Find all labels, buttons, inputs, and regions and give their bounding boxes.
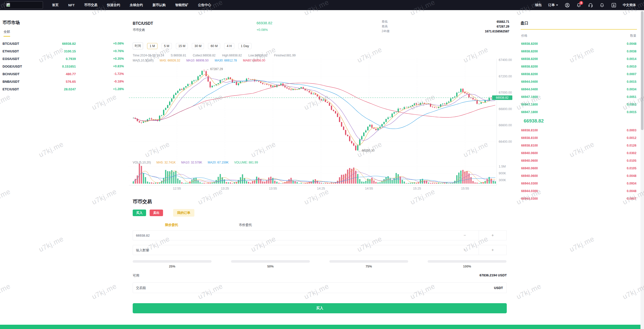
nav-item-new-coin[interactable]: 新币认购 [152,3,166,7]
orderbook-row-qty: 0.0048 [627,174,636,178]
percent-bar-50[interactable] [231,260,310,263]
quantity-input[interactable] [136,245,427,255]
pair-price: 28.0247 [48,87,76,91]
market-row-eth[interactable]: ETH/USDT 3100.15 +0.76% [0,47,129,55]
tab-all-markets[interactable]: 全部 [4,30,10,37]
interval-4h[interactable]: 4 H [224,43,234,49]
sell-tab-button[interactable]: 卖出 [150,210,163,216]
nav-item-fast-contract[interactable]: 快速合约 [107,3,120,7]
percent-bar-25[interactable] [133,260,212,263]
percent-bar-75[interactable] [329,260,408,263]
orderbook-price-column: 价格 [521,34,527,38]
kline-chart[interactable]: Time:2024-05-20 16:24S:66938.81Collect:6… [129,53,516,192]
market-row-btc[interactable]: BTC/USDT 66938.82 +0.08% [0,40,129,47]
footer-green-bar [0,325,644,329]
orderbook-row[interactable]: 66938.82000.0007 [518,70,639,78]
nav-item-perpetual[interactable]: 永续合约 [130,3,143,7]
market-row-bnb[interactable]: BNB/USDT 576.65 -0.18% [0,78,129,85]
percent-label-75: 75% [329,265,408,268]
market-row-bch[interactable]: BCH/USDT 480.77 -1.72% [0,70,129,78]
svg-text:15:25: 15:25 [413,187,421,190]
tab-market-order[interactable]: 市价委托 [239,223,252,227]
orderbook-row[interactable]: 66938.82000.0014 [518,55,639,63]
orderbook-row[interactable]: 66938.81000.0003 [518,127,639,134]
percent-bar-100[interactable] [428,260,507,263]
orderbook-row-qty: 0.0010 [627,65,636,68]
interval-selector: 时间 1 M 5 M 15 M 30 M 60 M 4 H 1 Day [133,43,251,49]
interval-1m[interactable]: 1 M [147,43,157,49]
interval-60m[interactable]: 60 M [208,43,220,49]
ticker-pair: BTC/USDT [133,21,153,26]
my-orders-button[interactable]: 我的订单 [173,209,194,217]
buy-tab-button[interactable]: 买入 [133,210,146,216]
orderbook-row[interactable]: 66938.82000.0038 [518,48,639,55]
orderbook-row[interactable]: 66944.04000.0034 [518,86,639,93]
orderbook-row[interactable]: 66944.03000.0048 [518,187,639,195]
interval-5m[interactable]: 5 M [162,43,172,49]
nav-item-mining[interactable]: 智能挖矿 [175,3,188,7]
price-input[interactable] [136,231,427,240]
orderbook-row[interactable]: 66938.82000.0010 [518,63,639,70]
orderbook-row[interactable]: 66938.81000.0012 [518,134,639,142]
top-nav: 首页 NFT 币币交易 快速合约 永续合约 新币认购 智能挖矿 公告中心 钱包 … [0,0,644,10]
quantity-plus-button[interactable]: + [479,245,507,255]
orderbook-row-price: 66938.8200 [521,65,538,68]
orders-label: 订单 [548,3,555,7]
orderbook-row[interactable]: 66940.06000.0105 [518,157,639,164]
vol-ma20-legend: MA20: 67.159K [208,161,229,164]
interval-15m[interactable]: 15 M [176,43,188,49]
orderbook-qty-column: 数量 [630,34,636,38]
orderbook-row[interactable]: 66944.03000.0934 [518,180,639,187]
price-input-row: − + [133,230,507,240]
nav-item-home[interactable]: 首页 [52,3,59,7]
vol-ma10-legend: MA10: 32.578K [181,161,202,164]
sidebar-title: 币币市场 [3,20,129,26]
orderbook-row[interactable]: 66940.06000.0048 [518,172,639,180]
market-row-etc[interactable]: ETC/USDT 28.0247 +1.28% [0,85,129,93]
notification-bell-icon[interactable]: 4 [576,3,581,8]
wallet-link[interactable]: 钱包 [535,3,542,7]
bell-icon[interactable] [600,3,605,8]
orderbook-row-price: 66938.8100 [521,129,538,132]
main-panel: BTC/USDT 币币交易 66938.82 +0.08% 最低 65882.7… [129,10,516,325]
tab-limit-order[interactable]: 限价委托 [165,223,178,227]
market-row-eos[interactable]: EOS/USDT 0.7939 +0.35% [0,55,129,63]
orderbook-row[interactable]: 66947.18000.0015 [518,108,639,116]
orderbook-row[interactable]: 66947.18000.0353 [518,101,639,108]
avatar-icon[interactable] [565,3,570,8]
orderbook-row[interactable]: 66940.06000.0302 [518,149,639,157]
available-balance-row: 可用 67836.2194 USDT [133,273,507,278]
orderbook-row[interactable]: 66938.82000.0048 [518,40,639,48]
orderbook-row-price: 66944.0300 [521,197,538,200]
customer-service-icon[interactable] [588,3,593,8]
orderbook-row[interactable]: 66940.06000.0105 [518,164,639,172]
percent-segment-100: 100% [428,260,507,268]
candlestick-svg[interactable]: 66938.82← 67287.29← 66290.3067400.006720… [129,59,516,192]
site-logo[interactable] [5,1,43,9]
market-row-doge[interactable]: DOGE/USDT 0.151651 +0.83% [0,63,129,70]
pair-change: +0.08% [76,42,124,45]
language-selector[interactable]: 中文简体 [623,3,636,7]
orderbook-row[interactable]: 66944.03000.0007 [518,195,639,202]
orderbook-row[interactable]: 66938.81000.0126 [518,142,639,149]
orderbook-row[interactable]: 66947.18000.0051 [518,93,639,101]
broken-image-icon [6,3,11,7]
interval-30m[interactable]: 30 M [192,43,204,49]
pair-price: 0.7939 [48,57,76,61]
page-scrollbar[interactable] [640,10,644,329]
nav-item-nft[interactable]: NFT [68,3,75,7]
price-minus-button[interactable]: − [451,231,479,240]
orderbook-row[interactable]: 66944.04000.0015 [518,78,639,86]
interval-1day[interactable]: 1 Day [238,43,252,49]
svg-text:67000.00: 67000.00 [499,91,512,94]
quantity-minus-button[interactable]: − [451,245,479,255]
scrollbar-thumb[interactable] [641,11,643,130]
nav-item-announcements[interactable]: 公告中心 [198,3,211,7]
nav-item-spot[interactable]: 币币交易 [84,3,97,7]
orders-dropdown[interactable]: 订单 [548,3,558,7]
buy-submit-button[interactable]: 买入 [133,303,507,313]
amount-input[interactable] [136,283,427,293]
orderbook-mid-price: 66938.82 [518,116,639,127]
download-app-icon[interactable] [611,3,616,8]
price-plus-button[interactable]: + [479,231,507,240]
